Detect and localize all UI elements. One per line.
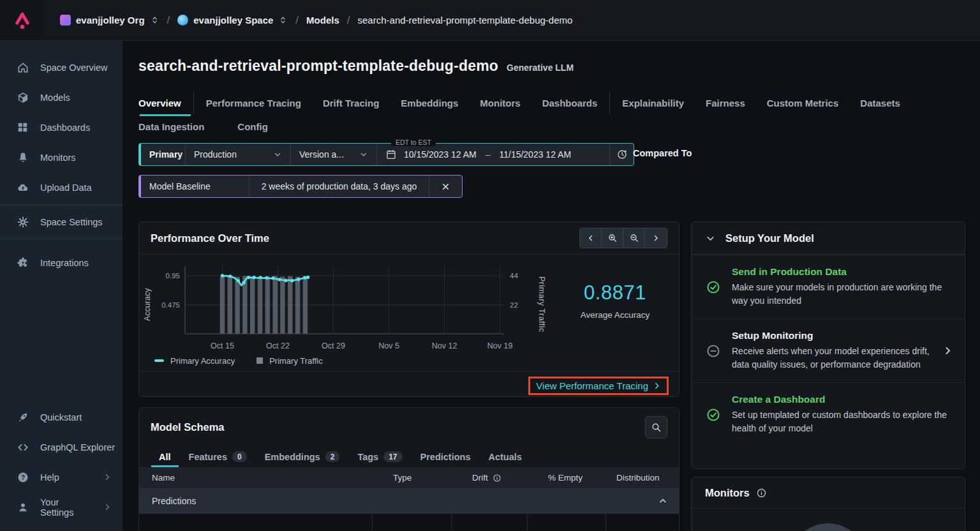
space-switch-icon[interactable]: [278, 15, 288, 25]
tab-embeddings[interactable]: Embeddings: [390, 92, 469, 114]
tab-data-ingestion[interactable]: Data Ingestion: [138, 116, 215, 138]
check-circle-icon: [706, 407, 721, 423]
average-accuracy-label: Average Accuracy: [581, 310, 650, 320]
schema-row-partial[interactable]: [139, 514, 679, 531]
tab-custom-metrics[interactable]: Custom Metrics: [756, 92, 850, 114]
arize-logo[interactable]: [0, 0, 44, 40]
tab-drift-tracing[interactable]: Drift Tracing: [312, 92, 390, 114]
left-axis-title: Accuracy: [139, 258, 156, 350]
tab-overview[interactable]: Overview: [138, 92, 192, 114]
legend-primary-traffic: Primary Traffic: [256, 356, 323, 366]
setup-item-create-dashboard[interactable]: Create a Dashboard Set up templated or c…: [692, 382, 965, 446]
sidebar-bottom-group: Quickstart GraphQL Explorer ? Help Your …: [0, 402, 122, 531]
view-performance-tracing-link[interactable]: View Performance Tracing: [536, 380, 661, 391]
space-name: evanjjolley Space: [193, 15, 273, 26]
svg-text:?: ?: [21, 474, 25, 481]
breadcrumb: evanjjolley Org / evanjjolley Space / Mo…: [44, 14, 572, 27]
count-badge: 2: [325, 451, 340, 462]
date-range-separator: –: [486, 149, 491, 160]
setup-item-description: Set up templated or custom dashboards to…: [732, 408, 956, 435]
tab-divider: [609, 92, 610, 114]
chevron-down-icon[interactable]: [705, 233, 716, 244]
model-schema-card: Model Schema All Features0 Embeddings2 T…: [138, 407, 679, 531]
pan-left-button[interactable]: [580, 228, 602, 248]
rocket-icon: [17, 411, 29, 424]
sidebar-item-upload-data[interactable]: Upload Data: [0, 172, 122, 202]
org-name: evanjjolley Org: [76, 15, 145, 26]
org-selector[interactable]: evanjjolley Org: [60, 15, 160, 26]
tab-explainability[interactable]: Explainability: [611, 92, 695, 114]
column-name: Name: [139, 473, 373, 482]
schema-search-button[interactable]: [645, 416, 667, 438]
clock-history-icon: [616, 149, 628, 160]
tab-fairness[interactable]: Fairness: [695, 92, 756, 114]
svg-text:0.95: 0.95: [166, 272, 180, 280]
count-badge: 17: [383, 451, 402, 462]
schema-tab-embeddings[interactable]: Embeddings2: [257, 446, 348, 467]
help-circle-icon: ?: [17, 471, 29, 484]
setup-item-title: Create a Dashboard: [732, 394, 956, 405]
sidebar-item-label: Dashboards: [40, 123, 90, 133]
sidebar-item-monitors[interactable]: Monitors: [0, 142, 122, 172]
setup-item-send-production-data[interactable]: Send in Production Data Make sure your m…: [692, 255, 965, 318]
schema-tab-actuals[interactable]: Actuals: [480, 446, 529, 467]
sidebar-item-your-settings[interactable]: Your Settings: [0, 492, 122, 522]
org-switch-icon[interactable]: [150, 15, 160, 25]
schema-tab-tags[interactable]: Tags17: [350, 446, 410, 467]
model-tabs: Overview Performance Tracing Drift Traci…: [138, 92, 911, 114]
page-title: search-and-retrieval-prompt-template-deb…: [138, 57, 498, 75]
schema-tab-predictions[interactable]: Predictions: [413, 446, 479, 467]
pan-right-button[interactable]: [645, 228, 667, 248]
column-type: Type: [373, 473, 452, 482]
environment-dropdown[interactable]: Production: [186, 144, 291, 165]
baseline-value[interactable]: 2 weeks of production data, 3 days ago: [249, 176, 429, 197]
sidebar-item-quickstart[interactable]: Quickstart: [0, 402, 122, 432]
info-icon[interactable]: [756, 488, 767, 498]
sidebar-item-graphql-explorer[interactable]: GraphQL Explorer: [0, 432, 122, 462]
tab-dashboards[interactable]: Dashboards: [531, 92, 609, 114]
tab-datasets[interactable]: Datasets: [849, 92, 911, 114]
performance-over-time-card: Performance Over Time Accuracy 0.950.475…: [138, 221, 679, 397]
performance-card-title: Performance Over Time: [151, 232, 269, 244]
svg-text:Nov 19: Nov 19: [487, 341, 513, 350]
schema-tab-all[interactable]: All: [151, 446, 179, 467]
breadcrumb-separator: /: [167, 14, 170, 27]
schema-tab-features[interactable]: Features0: [181, 446, 255, 467]
schema-group-predictions[interactable]: Predictions: [139, 488, 679, 514]
date-end[interactable]: 11/15/2023 12 AM: [499, 149, 571, 160]
sidebar-item-label: Models: [40, 93, 70, 103]
column-drift: Drift: [452, 473, 528, 482]
space-avatar-icon: [177, 15, 188, 26]
date-range-picker[interactable]: 10/15/2023 12 AM – 11/15/2023 12 AM: [377, 144, 610, 165]
space-selector[interactable]: evanjjolley Space: [177, 15, 288, 26]
performance-chart-svg[interactable]: 0.950.4754422Oct 15Oct 22Oct 29Nov 5Nov …: [156, 258, 532, 354]
tab-performance-tracing[interactable]: Performance Tracing: [195, 92, 312, 114]
org-avatar-icon: [60, 15, 71, 26]
sidebar-item-space-overview[interactable]: Space Overview: [0, 52, 122, 82]
tab-config[interactable]: Config: [226, 116, 278, 138]
breadcrumb-models-link[interactable]: Models: [306, 15, 339, 26]
date-start[interactable]: 10/15/2023 12 AM: [404, 149, 477, 160]
sidebar-item-integrations[interactable]: Integrations: [0, 248, 122, 278]
baseline-remove-button[interactable]: [429, 176, 462, 197]
person-icon: [17, 501, 29, 514]
primary-dataset-filter: EDT to EST Primary Production Version a.…: [138, 143, 634, 166]
svg-text:Oct 15: Oct 15: [211, 341, 234, 350]
version-dropdown[interactable]: Version a...: [291, 144, 377, 165]
time-settings-button[interactable]: [610, 144, 634, 165]
info-icon[interactable]: [493, 474, 501, 482]
chevron-up-icon[interactable]: [658, 496, 668, 506]
sidebar-item-dashboards[interactable]: Dashboards: [0, 112, 122, 142]
sidebar-item-models[interactable]: Models: [0, 82, 122, 112]
baseline-accent-bar: [139, 176, 141, 197]
breadcrumb-separator: /: [295, 14, 299, 27]
sidebar-item-space-settings[interactable]: Space Settings: [0, 207, 122, 237]
setup-card-header[interactable]: Setup Your Model: [692, 222, 965, 254]
zoom-in-button[interactable]: [602, 228, 623, 248]
sidebar-item-help[interactable]: ? Help: [0, 462, 122, 492]
tab-monitors[interactable]: Monitors: [469, 92, 531, 114]
baseline-label: Model Baseline: [139, 176, 249, 197]
setup-item-setup-monitoring[interactable]: Setup Monitoring Receive alerts when you…: [692, 318, 965, 382]
svg-text:22: 22: [510, 301, 518, 309]
zoom-out-button[interactable]: [623, 228, 645, 248]
